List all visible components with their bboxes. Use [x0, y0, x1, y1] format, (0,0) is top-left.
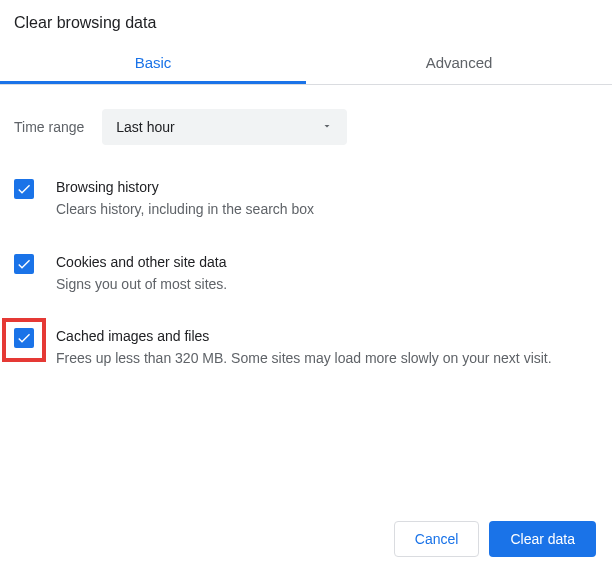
check-icon — [16, 256, 32, 272]
time-range-select[interactable]: Last hour — [102, 109, 347, 145]
option-title: Cookies and other site data — [56, 252, 598, 272]
option-browsing-history: Browsing history Clears history, includi… — [14, 165, 598, 240]
chevron-down-icon — [321, 119, 333, 135]
cancel-button[interactable]: Cancel — [394, 521, 480, 557]
option-title: Cached images and files — [56, 326, 598, 346]
time-range-row: Time range Last hour — [0, 85, 612, 165]
option-desc: Signs you out of most sites. — [56, 274, 598, 294]
tab-advanced[interactable]: Advanced — [306, 42, 612, 84]
option-cookies: Cookies and other site data Signs you ou… — [14, 240, 598, 315]
option-title: Browsing history — [56, 177, 598, 197]
option-desc: Frees up less than 320 MB. Some sites ma… — [56, 348, 598, 368]
clear-data-button[interactable]: Clear data — [489, 521, 596, 557]
dialog-actions: Cancel Clear data — [394, 521, 596, 557]
option-desc: Clears history, including in the search … — [56, 199, 598, 219]
check-icon — [16, 330, 32, 346]
dialog-title: Clear browsing data — [0, 0, 612, 42]
check-icon — [16, 181, 32, 197]
time-range-label: Time range — [14, 119, 84, 135]
options-list: Browsing history Clears history, includi… — [0, 165, 612, 389]
tabs-bar: Basic Advanced — [0, 42, 612, 85]
time-range-value: Last hour — [116, 119, 174, 135]
checkbox-cookies[interactable] — [14, 254, 34, 274]
checkbox-cache[interactable] — [14, 328, 34, 348]
option-cache: Cached images and files Frees up less th… — [14, 314, 598, 389]
checkbox-browsing-history[interactable] — [14, 179, 34, 199]
tab-basic[interactable]: Basic — [0, 42, 306, 84]
